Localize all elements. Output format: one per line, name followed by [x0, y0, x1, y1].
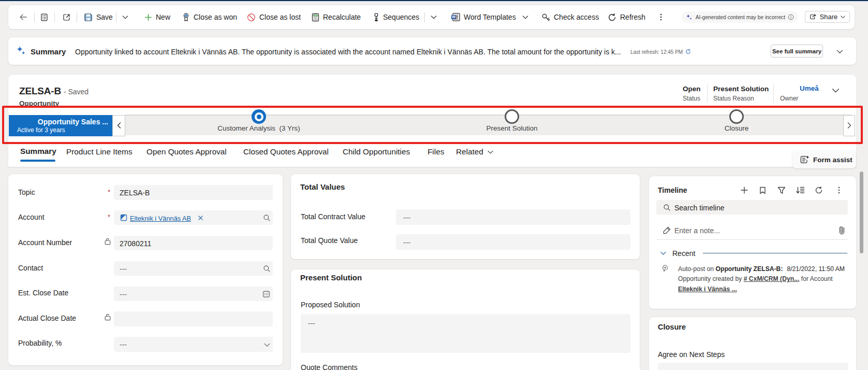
svg-text:W: W — [452, 15, 455, 19]
